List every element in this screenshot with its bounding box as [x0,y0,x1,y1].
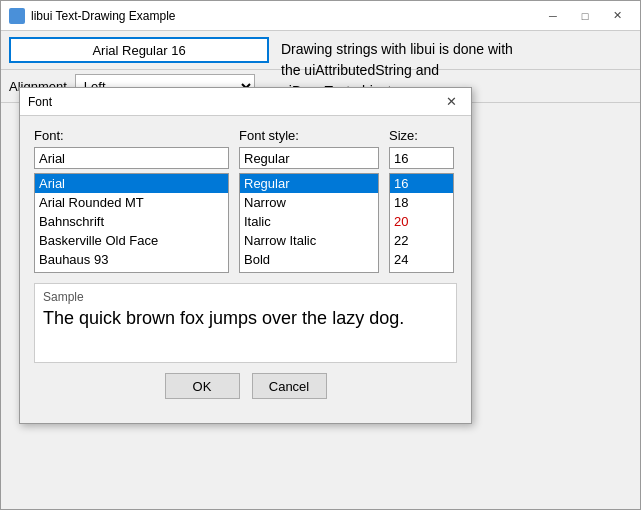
main-content: Arial Regular 16 Alignment Left Center R… [1,31,640,509]
minimize-button[interactable]: ─ [538,6,568,26]
size-list-item[interactable]: 16 [390,174,453,193]
titlebar: libui Text-Drawing Example ─ □ ✕ [1,1,640,31]
dialog-overlay: Font ✕ Font: Font style: Size: [1,87,640,509]
font-size-input[interactable] [389,147,454,169]
sample-section: Sample The quick brown fox jumps over th… [34,283,457,363]
dialog-title: Font [28,95,439,109]
size-col-label: Size: [389,128,454,143]
font-name-input[interactable] [34,147,229,169]
font-style-input[interactable] [239,147,379,169]
style-list-item[interactable]: Bold [240,250,378,269]
style-list-item[interactable]: Italic [240,212,378,231]
style-col-label: Font style: [239,128,379,143]
font-list-item[interactable]: Bell MT [35,269,228,273]
size-list-item[interactable]: 26 [390,269,453,273]
font-listbox[interactable]: ArialArial Rounded MTBahnschriftBaskervi… [34,173,229,273]
sample-label: Sample [43,290,448,304]
style-list-item[interactable]: Narrow Bold [240,269,378,273]
column-headers: Font: Font style: Size: [34,128,457,143]
font-list-item[interactable]: Bahnschrift [35,212,228,231]
font-list-item[interactable]: Baskerville Old Face [35,231,228,250]
style-listbox[interactable]: RegularNarrowItalicNarrow ItalicBoldNarr… [239,173,379,273]
font-dialog: Font ✕ Font: Font style: Size: [19,87,472,424]
maximize-button[interactable]: □ [570,6,600,26]
style-list-item[interactable]: Narrow [240,193,378,212]
close-button[interactable]: ✕ [602,6,632,26]
column-inputs [34,147,457,169]
font-list-item[interactable]: Arial [35,174,228,193]
style-list-item[interactable]: Narrow Italic [240,231,378,250]
style-list-item[interactable]: Regular [240,174,378,193]
font-list-item[interactable]: Bauhaus 93 [35,250,228,269]
size-listbox[interactable]: 16182022242628 [389,173,454,273]
cancel-button[interactable]: Cancel [252,373,327,399]
titlebar-buttons: ─ □ ✕ [538,6,632,26]
dialog-close-button[interactable]: ✕ [439,92,463,112]
column-lists: ArialArial Rounded MTBahnschriftBaskervi… [34,173,457,273]
window-title: libui Text-Drawing Example [31,9,538,23]
font-col-label: Font: [34,128,229,143]
dialog-buttons: OK Cancel [34,363,457,411]
font-list-item[interactable]: Arial Rounded MT [35,193,228,212]
size-list-item[interactable]: 22 [390,231,453,250]
dialog-body: Font: Font style: Size: ArialArial Round… [20,116,471,423]
size-list-item[interactable]: 18 [390,193,453,212]
sample-text: The quick brown fox jumps over the lazy … [43,308,448,329]
font-display-box[interactable]: Arial Regular 16 [9,37,269,63]
app-icon [9,8,25,24]
size-list-item[interactable]: 24 [390,250,453,269]
main-window: libui Text-Drawing Example ─ □ ✕ Arial R… [0,0,641,510]
size-list-item[interactable]: 20 [390,212,453,231]
ok-button[interactable]: OK [165,373,240,399]
dialog-titlebar: Font ✕ [20,88,471,116]
